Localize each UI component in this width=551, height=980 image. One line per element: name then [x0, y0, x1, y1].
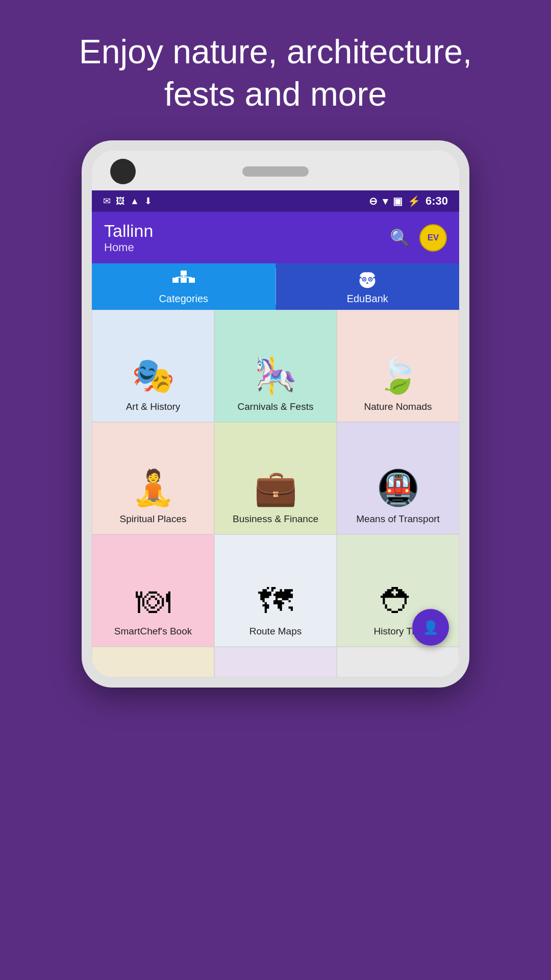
svg-point-13 — [370, 279, 371, 280]
art-history-label: Art & History — [126, 401, 181, 412]
fab-icon: 👤 — [422, 620, 439, 635]
categories-tab-label: Categories — [159, 293, 208, 305]
routes-label: Route Maps — [249, 626, 302, 637]
battery-icon: ⚡ — [408, 195, 420, 207]
app-title-block: Tallinn Home — [104, 221, 153, 254]
phone-camera — [110, 159, 136, 184]
svg-point-12 — [364, 279, 365, 280]
app-subtitle: Home — [104, 241, 153, 254]
chef-label: SmartChef's Book — [114, 626, 192, 637]
signal-icon: ▣ — [393, 195, 403, 207]
category-routes[interactable]: 🗺 Route Maps — [214, 534, 337, 647]
hero-text: Enjoy nature, architecture, fests and mo… — [41, 31, 510, 115]
svg-line-6 — [184, 277, 192, 278]
fab-button[interactable]: 👤 — [412, 609, 449, 646]
header-icons: 🔍 EV — [390, 224, 447, 252]
status-right-icons: ⊖ ▾ ▣ ⚡ 6:30 — [369, 194, 448, 208]
mute-icon: ⊖ — [369, 195, 378, 207]
chef-icon: 🍽 — [136, 581, 170, 621]
download-icon: ⬇ — [144, 195, 152, 207]
hero-section: Enjoy nature, architecture, fests and mo… — [0, 0, 551, 140]
history-icon: ⛑ — [381, 581, 415, 621]
carnivals-label: Carnivals & Fests — [238, 401, 314, 412]
art-history-icon: 🎭 — [132, 355, 175, 396]
phone-container: ✉ 🖼 ▲ ⬇ ⊖ ▾ ▣ ⚡ 6:30 Tallinn Home 🔍 — [82, 140, 469, 688]
tab-categories[interactable]: Categories — [92, 263, 276, 310]
svg-line-5 — [176, 277, 184, 278]
categories-grid: 🎭 Art & History 🎠 Carnivals & Fests 🍃 Na… — [92, 310, 459, 647]
status-left-icons: ✉ 🖼 ▲ ⬇ — [103, 195, 152, 207]
app-title: Tallinn — [104, 221, 153, 241]
spiritual-icon: 🧘 — [132, 468, 175, 508]
category-nature-nomads[interactable]: 🍃 Nature Nomads — [337, 310, 459, 422]
edubank-tab-icon — [356, 271, 379, 291]
search-icon[interactable]: 🔍 — [390, 228, 410, 248]
phone-speaker — [242, 166, 309, 177]
svg-rect-1 — [172, 278, 179, 283]
svg-rect-0 — [181, 271, 187, 276]
logo-text: EV — [428, 233, 439, 243]
business-label: Business & Finance — [233, 513, 318, 525]
image-icon: 🖼 — [116, 196, 125, 207]
svg-rect-2 — [181, 278, 187, 283]
category-business[interactable]: 💼 Business & Finance — [214, 422, 337, 534]
phone-top-hardware — [92, 151, 459, 190]
status-bar: ✉ 🖼 ▲ ⬇ ⊖ ▾ ▣ ⚡ 6:30 — [92, 190, 459, 212]
category-spiritual[interactable]: 🧘 Spiritual Places — [92, 422, 214, 534]
tab-edubank[interactable]: EduBank — [276, 263, 460, 310]
categories-tab-icon — [172, 271, 195, 291]
mail-icon: ✉ — [103, 195, 111, 207]
nature-nomads-icon: 🍃 — [377, 355, 420, 396]
category-transport[interactable]: 🚇 Means of Transport — [337, 422, 459, 534]
category-art-history[interactable]: 🎭 Art & History — [92, 310, 214, 422]
upload-icon: ▲ — [130, 196, 139, 207]
time-display: 6:30 — [425, 194, 448, 208]
category-chef[interactable]: 🍽 SmartChef's Book — [92, 534, 214, 647]
transport-icon: 🚇 — [377, 468, 420, 508]
wifi-icon: ▾ — [383, 195, 388, 207]
tabs-bar: Categories — [92, 263, 459, 310]
nature-nomads-label: Nature Nomads — [364, 401, 432, 412]
routes-icon: 🗺 — [258, 581, 293, 621]
logo-badge: EV — [419, 224, 447, 252]
edubank-tab-label: EduBank — [347, 293, 388, 305]
phone-inner: ✉ 🖼 ▲ ⬇ ⊖ ▾ ▣ ⚡ 6:30 Tallinn Home 🔍 — [92, 151, 459, 677]
spiritual-label: Spiritual Places — [120, 513, 187, 525]
category-carnivals[interactable]: 🎠 Carnivals & Fests — [214, 310, 337, 422]
bottom-row-partial — [92, 647, 459, 677]
app-header: Tallinn Home 🔍 EV — [92, 212, 459, 263]
svg-rect-3 — [189, 278, 195, 283]
transport-label: Means of Transport — [356, 513, 440, 525]
business-icon: 💼 — [254, 468, 297, 508]
carnivals-icon: 🎠 — [254, 355, 297, 396]
